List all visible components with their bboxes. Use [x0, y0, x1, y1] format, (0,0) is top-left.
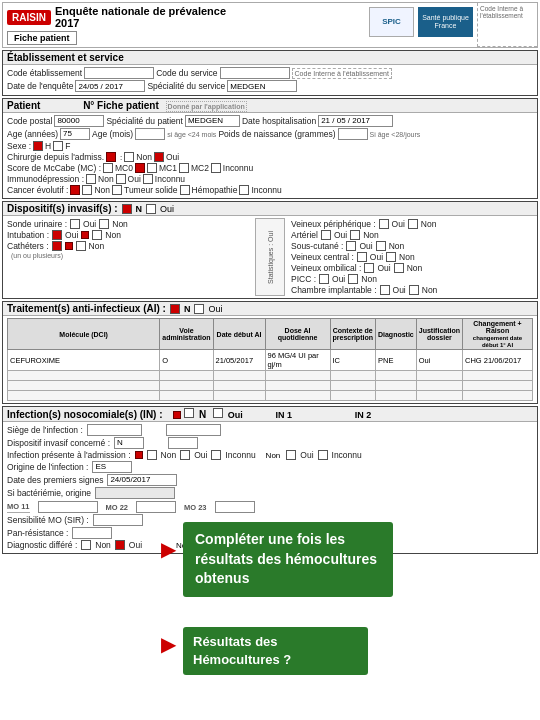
date-enquete-input[interactable]: 24/05 / 2017 [75, 80, 145, 92]
veineux-ombilical-non-cb[interactable] [394, 263, 404, 273]
sexe-label: Sexe : [7, 141, 31, 151]
infections-section: Infection(s) nosocomiale(s) (IN) : N Oui… [2, 406, 538, 554]
intubation-non-checkbox[interactable] [92, 230, 102, 240]
inf-non-label: Non [161, 450, 177, 460]
sonde-label: Sonde urinaire : [7, 219, 67, 229]
immuno-oui-checkbox[interactable] [116, 174, 126, 184]
catheters-oui-checkbox[interactable] [52, 241, 62, 251]
mccabe-mc0-label: MC0 [115, 163, 133, 173]
inf-oui-cb[interactable] [213, 408, 223, 418]
dispositifs-n-checkbox[interactable] [122, 204, 132, 214]
inf2-non-label: Non [266, 451, 281, 460]
intubation-oui-label: Oui [65, 230, 78, 240]
immuno-inconnu-checkbox[interactable] [143, 174, 153, 184]
veineux-ombilical-oui-cb[interactable] [364, 263, 374, 273]
veineux-periph-oui-cb[interactable] [379, 219, 389, 229]
age-annees-input[interactable]: 75 [60, 128, 90, 140]
age-mois-input[interactable] [135, 128, 165, 140]
chirurgie-non-checkbox[interactable] [124, 152, 134, 162]
age-slash-label: si âge <24 mois [167, 131, 216, 138]
poids-slash: Si âge <28/jours [370, 131, 421, 138]
veineux-periph-non-cb[interactable] [408, 219, 418, 229]
sonde-oui-checkbox[interactable] [70, 219, 80, 229]
sonde-non-checkbox[interactable] [99, 219, 109, 229]
inf2-oui-cb[interactable] [318, 450, 328, 460]
age-annees-label: Age (années) [7, 129, 58, 139]
trt-n-cb[interactable] [170, 304, 180, 314]
table-row: CEFUROXIMEO21/05/201796 MG/4 UI par gj/m… [8, 350, 533, 371]
inf-presente-label: Infection présente à l'admission : [7, 450, 131, 460]
arteriel-oui-cb[interactable] [321, 230, 331, 240]
enquete-title: Enquête nationale de prévalence [55, 5, 226, 17]
mo23-label: MO 23 [184, 503, 207, 512]
code-service-input[interactable] [220, 67, 290, 79]
specialite-label: Spécialité du service [147, 81, 225, 91]
cancer-tumeur-checkbox[interactable] [112, 185, 122, 195]
corner-code: Code Interne à l'établissement [477, 3, 537, 47]
enquete-year: 2017 [55, 17, 226, 29]
sexe-h-checkbox[interactable] [33, 141, 43, 151]
sous-cutane-oui-cb[interactable] [346, 241, 356, 251]
code-postal-input[interactable]: 80000 [54, 115, 104, 127]
mccabe-mc1-checkbox[interactable] [147, 163, 157, 173]
sensibilite-input[interactable] [93, 514, 143, 526]
trt-oui-cb[interactable] [194, 304, 204, 314]
origine-input[interactable]: ES [92, 461, 132, 473]
diag-non-label: Non [95, 540, 111, 550]
traitements-title: Traitement(s) anti-infectieux (AI) : [7, 303, 166, 314]
mccabe-mc2-checkbox[interactable] [179, 163, 189, 173]
sexe-f-checkbox[interactable] [53, 141, 63, 151]
dispositifs-n-label: N [136, 204, 143, 214]
immuno-non-checkbox[interactable] [86, 174, 96, 184]
mo11-input[interactable] [38, 501, 98, 513]
logo-spic: SPIC [369, 7, 414, 37]
mo23-input[interactable] [215, 501, 255, 513]
specialite-input[interactable]: MEDGEN [227, 80, 297, 92]
veineux-periph-oui-label: Oui [392, 219, 405, 229]
code-etab-input[interactable] [84, 67, 154, 79]
dispositifs-oui-checkbox[interactable] [146, 204, 156, 214]
intubation-oui-checkbox[interactable] [52, 230, 62, 240]
dispositif-in1-input[interactable]: N [114, 437, 144, 449]
chambre-non-cb[interactable] [409, 285, 419, 295]
specialite-patient-input[interactable]: MEDGEN [185, 115, 240, 127]
siege-in1-input[interactable] [87, 424, 142, 436]
poids-input[interactable] [338, 128, 368, 140]
inf-presente-non-cb[interactable] [147, 450, 157, 460]
veineux-central-non-cb[interactable] [386, 252, 396, 262]
inf2-non-cb[interactable] [286, 450, 296, 460]
catheters-note: (un ou plusieurs) [7, 252, 253, 259]
arrow1-icon: ▶ [161, 537, 176, 561]
catheters-non-checkbox[interactable] [76, 241, 86, 251]
bacteriemie-input[interactable] [95, 487, 175, 499]
in2-label: IN 2 [355, 410, 372, 420]
diag-non-cb[interactable] [81, 540, 91, 550]
date-signes-input[interactable]: 24/05/2017 [107, 474, 177, 486]
inf-presente-oui-cb[interactable] [180, 450, 190, 460]
mo22-input[interactable] [136, 501, 176, 513]
patient-title: Patient N° Fiche patient Donné par l'app… [3, 99, 537, 113]
cancer-hemo-checkbox[interactable] [180, 185, 190, 195]
mccabe-mc0-checkbox[interactable] [103, 163, 113, 173]
panresistance-input[interactable] [72, 527, 112, 539]
dispositifs-section: Dispositif(s) invasif(s) : N Oui Sonde u… [2, 201, 538, 299]
picc-oui-cb[interactable] [319, 274, 329, 284]
sous-cutane-non-cb[interactable] [376, 241, 386, 251]
siege-in2-input[interactable] [166, 424, 221, 436]
cancer-inconnu-checkbox[interactable] [239, 185, 249, 195]
veineux-central-oui-cb[interactable] [357, 252, 367, 262]
inf-presente-inconnu-cb[interactable] [211, 450, 221, 460]
cancer-checked-indicator [70, 185, 80, 195]
dispositif-in2-input[interactable] [168, 437, 198, 449]
chirurgie-checked-indicator [106, 152, 116, 162]
cancer-non-checkbox[interactable] [82, 185, 92, 195]
arteriel-non-cb[interactable] [350, 230, 360, 240]
picc-non-cb[interactable] [348, 274, 358, 284]
chirurgie-oui-checkbox[interactable] [154, 152, 164, 162]
chambre-oui-cb[interactable] [380, 285, 390, 295]
inf-n-cb[interactable] [184, 408, 194, 418]
diag-oui-cb[interactable] [115, 540, 125, 550]
mccabe-inconnu-checkbox[interactable] [211, 163, 221, 173]
date-hospit-input[interactable]: 21 / 05 / 2017 [318, 115, 393, 127]
immuno-label: Immunodépression : [7, 174, 84, 184]
